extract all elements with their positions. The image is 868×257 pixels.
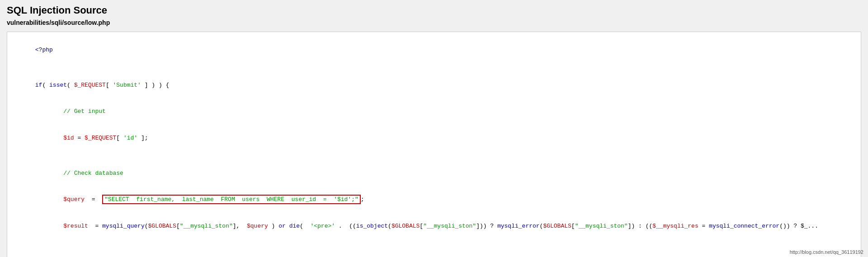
plain: [ [420, 223, 423, 229]
plain [35, 135, 63, 141]
code-line-6 [14, 151, 854, 160]
plain: ( [67, 82, 74, 89]
str-mysqli-ston2: "__mysqli_ston" [423, 223, 476, 229]
plain: ( [388, 223, 392, 229]
plain: [ [106, 82, 113, 89]
plain: [ [571, 223, 575, 229]
file-path: vulnerabilities/sqli/source/low.php [7, 19, 861, 26]
func-mysqli-connect-error: mysqli_connect_error [709, 223, 779, 229]
var-globals2: $GLOBALS [392, 223, 420, 229]
comment-get-input: // Get input [63, 108, 106, 115]
plain: ; [361, 196, 364, 203]
plain [35, 170, 63, 177]
plain: ) [268, 223, 278, 229]
str-id: 'id' [123, 135, 137, 141]
var-query: $query [63, 196, 85, 203]
comment-check-db: // Check database [63, 170, 123, 177]
code-line-7: // Check database [14, 160, 854, 187]
code-line-9: $result = mysqli_query($GLOBALS["__mysql… [14, 213, 854, 239]
func-is-object: is_object [356, 223, 388, 229]
var-id: $id [63, 135, 74, 141]
php-tag: <?php [35, 47, 53, 53]
keyword-or: or [278, 223, 286, 229]
highlight-box: "SELECT first_name, last_name FROM users… [102, 195, 361, 204]
url-note: http://blog.csdn.net/qq_36119192 [790, 249, 863, 255]
plain: [ [176, 223, 180, 229]
var-globals: $GLOBALS [148, 223, 176, 229]
str-query: "SELECT first_name, last_name FROM users… [104, 196, 359, 203]
code-line-1: <?php [14, 37, 854, 63]
plain: [ [116, 135, 123, 141]
var-mysqli-res: $__mysqli_res [652, 223, 698, 229]
var-query2: $query [247, 223, 268, 229]
code-line-11: // Get results [14, 248, 854, 257]
plain: = [698, 223, 709, 229]
var-result: $result [63, 223, 88, 229]
plain [35, 108, 63, 115]
str-pre: '<pre>' [310, 223, 335, 229]
plain: = [88, 223, 102, 229]
func-mysqli-error: mysqli_error [497, 223, 540, 229]
func-mysqli-query: mysqli_query [102, 223, 145, 229]
var-globals3: $GLOBALS [543, 223, 571, 229]
plain [35, 196, 63, 203]
str-mysqli-ston: "__mysqli_ston" [180, 223, 233, 229]
str-mysqli-ston3: "__mysqli_ston" [575, 223, 628, 229]
plain: ( [42, 82, 49, 89]
page-container: SQL Injection Source vulnerabilities/sql… [0, 0, 868, 257]
keyword-if: if [35, 82, 42, 89]
code-line-5: $id = $_REQUEST[ 'id' ]; [14, 125, 854, 151]
func-die: die [289, 223, 300, 229]
plain [35, 223, 63, 229]
plain: ( [300, 223, 310, 229]
str-submit: 'Submit' [113, 82, 141, 89]
page-title: SQL Injection Source [7, 5, 861, 16]
code-container: <?php if( isset( $_REQUEST[ 'Submit' ] )… [7, 32, 861, 257]
code-line-3: if( isset( $_REQUEST[ 'Submit' ] ) ) { [14, 72, 854, 98]
plain: ]) : (( [628, 223, 653, 229]
code-line-4: // Get input [14, 98, 854, 125]
plain: ])) ? [476, 223, 497, 229]
plain: ( [145, 223, 148, 229]
plain: . (( [335, 223, 356, 229]
plain: = [74, 135, 85, 141]
code-line-8: $query = "SELECT first_name, last_name F… [14, 187, 854, 213]
plain: ] ) ) { [141, 82, 169, 89]
code-line-2 [14, 63, 854, 72]
plain: ], [233, 223, 247, 229]
var-request2: $_REQUEST [85, 135, 116, 141]
plain [286, 223, 289, 229]
plain: ]; [137, 135, 148, 141]
code-line-10 [14, 239, 854, 248]
function-isset: isset [49, 82, 67, 89]
var-request: $_REQUEST [74, 82, 106, 89]
plain: = [85, 196, 102, 203]
plain: ()) ? $_... [779, 223, 818, 229]
